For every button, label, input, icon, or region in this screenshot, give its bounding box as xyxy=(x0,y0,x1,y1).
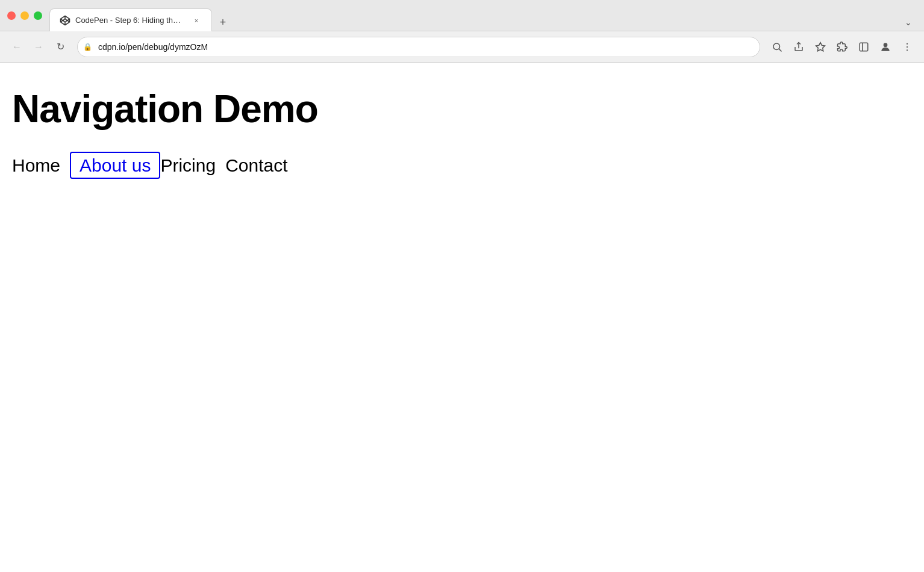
new-tab-button[interactable]: + xyxy=(214,14,231,31)
active-tab[interactable]: CodePen - Step 6: Hiding the li... × xyxy=(49,8,212,31)
close-button[interactable] xyxy=(7,11,16,20)
nav-link-about-anchor[interactable]: About us xyxy=(70,152,160,179)
nav-bar: ← → ↻ 🔒 cdpn.io/pen/debug/dymzOzM xyxy=(0,31,924,63)
svg-line-4 xyxy=(779,49,781,51)
svg-point-3 xyxy=(773,43,780,50)
svg-point-9 xyxy=(884,43,888,47)
nav-link-contact[interactable]: Contact xyxy=(225,155,297,176)
svg-point-11 xyxy=(907,46,908,47)
page-title: Navigation Demo xyxy=(12,87,912,131)
nav-link-about[interactable]: About us xyxy=(70,155,160,176)
nav-link-home-anchor[interactable]: Home xyxy=(12,153,70,178)
back-button[interactable]: ← xyxy=(7,37,27,57)
minimize-button[interactable] xyxy=(20,11,29,20)
tab-bar: CodePen - Step 6: Hiding the li... × + ⌄ xyxy=(49,0,917,31)
profile-icon xyxy=(879,41,891,53)
menu-icon xyxy=(902,42,913,52)
nav-links-list: Home About us Pricing Contact xyxy=(12,155,912,176)
browser-window: CodePen - Step 6: Hiding the li... × + ⌄… xyxy=(0,0,924,572)
bookmark-button[interactable] xyxy=(811,37,830,57)
nav-links: Home About us Pricing Contact xyxy=(12,155,912,176)
search-icon xyxy=(772,42,782,52)
svg-marker-6 xyxy=(816,42,825,51)
svg-point-12 xyxy=(907,49,908,51)
tab-title: CodePen - Step 6: Hiding the li... xyxy=(75,16,184,25)
share-icon xyxy=(793,42,804,52)
tab-bar-end: ⌄ xyxy=(231,14,917,31)
bookmark-icon xyxy=(815,42,826,52)
nav-link-home[interactable]: Home xyxy=(12,155,70,176)
nav-link-pricing[interactable]: Pricing xyxy=(160,155,225,176)
sidebar-button[interactable] xyxy=(854,37,873,57)
tab-dropdown-button[interactable]: ⌄ xyxy=(900,14,917,31)
traffic-lights xyxy=(7,11,42,20)
forward-button[interactable]: → xyxy=(29,37,48,57)
reload-button[interactable]: ↻ xyxy=(51,37,70,57)
search-button[interactable] xyxy=(767,37,787,57)
toolbar-icons xyxy=(767,37,917,57)
share-button[interactable] xyxy=(789,37,808,57)
codepen-icon xyxy=(60,15,70,26)
page-content: Navigation Demo Home About us Pricing Co… xyxy=(0,63,924,572)
tab-close-button[interactable]: × xyxy=(191,15,202,26)
profile-button[interactable] xyxy=(876,37,895,57)
extensions-icon xyxy=(837,42,848,52)
nav-link-contact-anchor[interactable]: Contact xyxy=(225,153,297,178)
lock-icon: 🔒 xyxy=(83,43,92,51)
title-bar: CodePen - Step 6: Hiding the li... × + ⌄ xyxy=(0,0,924,31)
maximize-button[interactable] xyxy=(34,11,42,20)
address-bar[interactable]: cdpn.io/pen/debug/dymzOzM xyxy=(77,37,760,57)
sidebar-icon xyxy=(858,42,869,52)
address-bar-container: 🔒 cdpn.io/pen/debug/dymzOzM xyxy=(77,37,760,57)
nav-link-pricing-anchor[interactable]: Pricing xyxy=(160,153,225,178)
svg-point-10 xyxy=(907,43,908,44)
svg-rect-7 xyxy=(860,43,868,51)
extensions-button[interactable] xyxy=(832,37,852,57)
menu-button[interactable] xyxy=(897,37,917,57)
address-text: cdpn.io/pen/debug/dymzOzM xyxy=(98,42,208,52)
